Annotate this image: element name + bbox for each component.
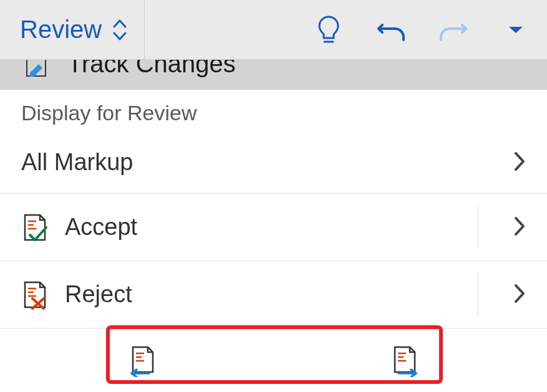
tell-me-button[interactable]	[298, 0, 360, 59]
chevron-right-icon	[513, 283, 526, 307]
triangle-down-icon	[508, 25, 524, 35]
lightbulb-icon	[316, 14, 341, 45]
undo-button[interactable]	[360, 0, 422, 59]
accept-icon	[21, 213, 49, 242]
reject-label: Reject	[65, 281, 513, 308]
track-changes-icon	[25, 60, 49, 82]
reject-icon	[21, 280, 49, 310]
review-tab[interactable]: Review	[0, 0, 145, 59]
track-changes-row[interactable]: Track Changes	[0, 60, 547, 90]
redo-icon	[438, 16, 468, 44]
display-for-review-header: Display for Review	[0, 90, 547, 131]
redo-button[interactable]	[422, 0, 485, 59]
review-tab-label: Review	[20, 16, 102, 44]
chevron-right-icon	[513, 216, 526, 239]
reject-row[interactable]: Reject	[0, 261, 547, 328]
document-prev-icon	[128, 345, 158, 377]
chevron-right-icon	[513, 151, 526, 174]
previous-change-button[interactable]	[124, 345, 162, 377]
all-markup-row[interactable]: All Markup	[0, 131, 547, 194]
document-next-icon	[390, 345, 420, 377]
updown-icon	[113, 19, 127, 41]
accept-label: Accept	[65, 214, 513, 241]
split-divider	[478, 206, 478, 248]
all-markup-label: All Markup	[21, 149, 513, 176]
track-changes-label: Track Changes	[67, 60, 236, 78]
next-change-button[interactable]	[386, 345, 424, 377]
more-dropdown[interactable]	[485, 0, 547, 59]
nav-row	[0, 328, 547, 392]
toolbar: Review	[0, 0, 547, 60]
accept-row[interactable]: Accept	[0, 194, 547, 261]
undo-icon	[376, 16, 406, 44]
split-divider	[478, 274, 478, 315]
